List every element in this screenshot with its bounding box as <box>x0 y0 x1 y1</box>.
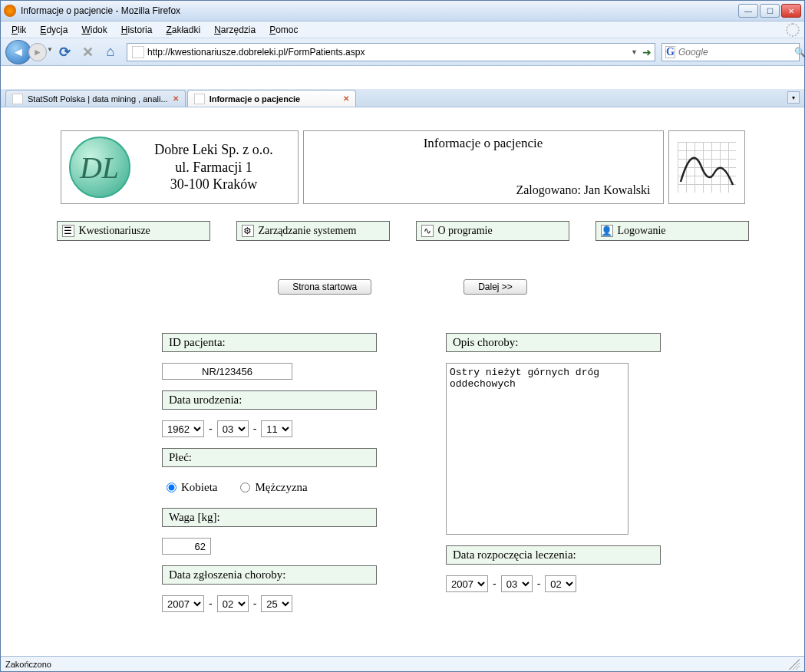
nav-about[interactable]: ∿ O programie <box>416 221 569 241</box>
company-header-box: DL Dobre Leki Sp. z o.o. ul. Farmacji 1 … <box>61 130 299 204</box>
management-icon: ⚙ <box>242 225 254 237</box>
dob-day-select[interactable]: 11 <box>261 420 292 437</box>
tab-favicon-icon <box>194 94 205 104</box>
resize-grip-icon[interactable] <box>789 659 800 670</box>
menu-zakladki[interactable]: Zakładki <box>160 23 206 37</box>
page-header-box: Informacje o pacjencie Zalogowano: Jan K… <box>303 130 664 204</box>
tab-favicon-icon <box>12 94 23 104</box>
close-button[interactable]: ✕ <box>781 4 801 18</box>
report-day-select[interactable]: 25 <box>261 595 292 612</box>
history-dropdown-icon[interactable]: ▼ <box>47 46 53 53</box>
sex-label: Płeć: <box>162 448 377 467</box>
tab-bar: StatSoft Polska | data mining , anali...… <box>1 89 804 107</box>
url-bar[interactable]: ▼ ➜ <box>127 43 655 61</box>
home-page-button[interactable]: Strona startowa <box>278 279 371 295</box>
url-dropdown-icon[interactable]: ▼ <box>631 48 638 56</box>
search-engine-icon[interactable]: G <box>665 46 675 58</box>
nav-toolbar: ◄ ► ▼ ⟳ ✕ ⌂ ▼ ➜ G 🔍 <box>1 38 804 66</box>
dob-label: Data urodzenia: <box>162 390 377 410</box>
patient-id-label: ID pacjenta: <box>162 333 377 352</box>
sex-female-option[interactable]: Kobieta <box>167 481 217 494</box>
tab-label: StatSoft Polska | data mining , anali... <box>28 94 168 104</box>
company-address: Dobre Leki Sp. z o.o. ul. Farmacji 1 30-… <box>138 141 290 193</box>
search-go-icon[interactable]: 🔍 <box>794 47 805 58</box>
company-name: Dobre Leki Sp. z o.o. <box>138 141 290 159</box>
back-button[interactable]: ◄ <box>5 40 31 64</box>
sex-female-radio[interactable] <box>167 483 177 492</box>
menu-plik[interactable]: Plik <box>5 23 32 37</box>
menu-historia[interactable]: Historia <box>115 23 159 37</box>
report-month-select[interactable]: 02 <box>217 595 249 612</box>
menu-widok[interactable]: Widok <box>75 23 113 37</box>
minimize-button[interactable]: — <box>738 4 758 18</box>
page-content: DL Dobre Leki Sp. z o.o. ul. Farmacji 1 … <box>1 107 804 656</box>
about-icon: ∿ <box>421 225 434 237</box>
nav-label: Logowanie <box>618 225 666 237</box>
window-titlebar: Informacje o pacjencie - Mozilla Firefox… <box>1 1 804 21</box>
tab-label: Informacje o pacjencie <box>209 94 338 104</box>
desc-label: Opis choroby: <box>446 333 661 352</box>
status-bar: Zakończono <box>1 656 804 671</box>
tab-informacje[interactable]: Informacje o pacjencie ✕ <box>187 90 356 107</box>
dob-year-select[interactable]: 1962 <box>162 420 204 437</box>
sex-male-radio[interactable] <box>240 483 250 492</box>
chart-mini-icon <box>678 142 736 193</box>
weight-input[interactable] <box>162 538 211 555</box>
report-date-label: Data zgłoszenia choroby: <box>162 565 377 585</box>
tabs-list-button[interactable]: ▾ <box>787 91 800 104</box>
login-status: Zalogowano: Jan Kowalski <box>516 183 650 197</box>
treat-date-label: Data rozpoczęcia leczenia: <box>446 545 661 565</box>
nav-label: Kwestionariusze <box>79 225 150 237</box>
page-favicon-icon <box>132 46 144 58</box>
report-year-select[interactable]: 2007 <box>162 595 204 612</box>
menu-pomoc[interactable]: Pomoc <box>263 23 304 37</box>
nav-management[interactable]: ⚙ Zarządzanie systemem <box>236 221 390 241</box>
treat-year-select[interactable]: 2007 <box>446 575 488 592</box>
maximize-button[interactable]: ☐ <box>760 4 780 18</box>
company-logo-icon: DL <box>69 137 130 198</box>
nav-label: Zarządzanie systemem <box>259 225 357 237</box>
nav-label: O programie <box>438 225 493 237</box>
page-title: Informacje o pacjencie <box>424 136 543 151</box>
next-button[interactable]: Dalej >> <box>464 279 527 295</box>
throbber-icon <box>786 23 800 37</box>
status-text: Zakończono <box>5 660 51 669</box>
url-input[interactable] <box>147 47 628 58</box>
firefox-icon <box>4 5 16 17</box>
search-bar[interactable]: G 🔍 <box>661 43 800 61</box>
patient-id-input[interactable] <box>162 363 292 380</box>
menu-bar: Plik Edycja Widok Historia Zakładki Narz… <box>1 21 804 38</box>
tab-close-icon[interactable]: ✕ <box>173 94 179 103</box>
search-input[interactable] <box>678 47 794 58</box>
chart-header-box <box>668 130 745 204</box>
stop-button[interactable]: ✕ <box>78 42 97 62</box>
treat-month-select[interactable]: 03 <box>501 575 533 592</box>
weight-label: Waga [kg]: <box>162 508 377 527</box>
company-city: 30-100 Kraków <box>138 176 290 193</box>
treat-day-select[interactable]: 02 <box>545 575 576 592</box>
tab-close-icon[interactable]: ✕ <box>343 94 349 103</box>
reload-button[interactable]: ⟳ <box>54 42 74 62</box>
go-button[interactable]: ➜ <box>642 46 652 58</box>
nav-questionnaires[interactable]: ☰ Kwestionariusze <box>57 221 210 241</box>
desc-textarea[interactable] <box>446 363 628 535</box>
login-icon: 👤 <box>601 225 613 237</box>
questionnaires-icon: ☰ <box>62 225 74 237</box>
window-title: Informacje o pacjencie - Mozilla Firefox <box>21 5 738 16</box>
nav-login[interactable]: 👤 Logowanie <box>596 221 749 241</box>
company-street: ul. Farmacji 1 <box>138 159 290 176</box>
home-button[interactable]: ⌂ <box>101 42 120 62</box>
tab-statsoft[interactable]: StatSoft Polska | data mining , anali...… <box>5 90 186 107</box>
menu-narzedzia[interactable]: Narzędzia <box>208 23 262 37</box>
menu-edycja[interactable]: Edycja <box>34 23 74 37</box>
forward-button[interactable]: ► <box>28 43 47 61</box>
dob-month-select[interactable]: 03 <box>217 420 249 437</box>
sex-male-option[interactable]: Mężczyzna <box>240 481 307 494</box>
